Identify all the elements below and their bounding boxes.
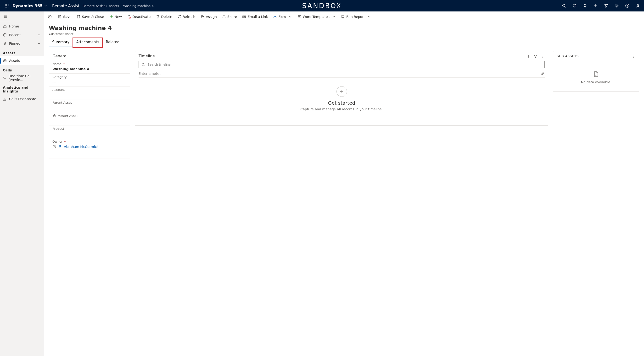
svg-point-25 bbox=[542, 54, 543, 55]
app-name: Remote Assist bbox=[49, 3, 83, 8]
note-entry[interactable]: Enter a note... bbox=[138, 70, 545, 78]
nav-label: One-time Call (Previe... bbox=[8, 74, 41, 82]
tab-related[interactable]: Related bbox=[102, 38, 123, 47]
svg-point-27 bbox=[542, 57, 543, 57]
search-icon[interactable] bbox=[559, 0, 569, 11]
field-category[interactable]: Category --- bbox=[49, 74, 130, 86]
svg-point-0 bbox=[5, 4, 6, 5]
run-report-button[interactable]: Run Report bbox=[339, 12, 374, 21]
field-name[interactable]: Name* Washing machine 4 bbox=[49, 61, 130, 74]
nav-calls-dashboard[interactable]: Calls Dashboard bbox=[0, 95, 44, 103]
more-icon[interactable] bbox=[632, 54, 636, 58]
phone-icon bbox=[3, 76, 6, 80]
timeline-add-button[interactable] bbox=[336, 86, 347, 97]
brand-dropdown[interactable]: Dynamics 365 bbox=[12, 3, 49, 8]
timeline-search-input[interactable] bbox=[147, 62, 542, 67]
svg-point-31 bbox=[634, 57, 634, 58]
more-icon[interactable] bbox=[541, 54, 545, 58]
brand-label: Dynamics 365 bbox=[12, 3, 42, 8]
svg-point-24 bbox=[60, 146, 61, 147]
deactivate-button[interactable]: Deactivate bbox=[125, 12, 153, 21]
share-button[interactable]: Share bbox=[220, 12, 239, 21]
svg-point-28 bbox=[142, 63, 144, 65]
clock-icon bbox=[52, 145, 56, 149]
refresh-icon bbox=[177, 15, 181, 19]
svg-point-6 bbox=[5, 7, 6, 8]
left-sidebar: Home Recent Pinned Assets Assets Calls O… bbox=[0, 11, 44, 356]
chevron-down-icon bbox=[44, 4, 48, 8]
general-title: General bbox=[52, 54, 68, 58]
share-icon bbox=[222, 15, 226, 19]
svg-point-4 bbox=[6, 5, 7, 6]
delete-button[interactable]: Delete bbox=[154, 12, 174, 21]
svg-point-14 bbox=[637, 4, 638, 6]
field-account[interactable]: Account --- bbox=[49, 86, 130, 99]
svg-point-9 bbox=[563, 4, 565, 7]
new-button[interactable]: New bbox=[107, 12, 124, 21]
svg-point-29 bbox=[634, 55, 634, 55]
breadcrumb-item[interactable]: Washing machine 4 bbox=[123, 4, 154, 8]
tab-summary[interactable]: Summary bbox=[49, 38, 73, 47]
lightbulb-icon[interactable] bbox=[580, 0, 590, 11]
svg-point-16 bbox=[48, 15, 51, 18]
breadcrumb-item[interactable]: Remote Assist bbox=[83, 4, 105, 8]
svg-point-30 bbox=[634, 56, 634, 56]
nav-home[interactable]: Home bbox=[0, 22, 44, 31]
deactivate-icon bbox=[127, 15, 131, 19]
sub-assets-card: SUB ASSETS No data available. bbox=[553, 51, 639, 92]
nav-label: Recent bbox=[9, 33, 20, 37]
word-templates-button[interactable]: Word Templates bbox=[295, 12, 338, 21]
chevron-down-icon bbox=[288, 15, 292, 19]
sidebar-toggle[interactable] bbox=[0, 11, 12, 22]
flow-icon bbox=[273, 15, 277, 19]
owner-link[interactable]: Abraham McCormick bbox=[64, 145, 98, 149]
plus-icon[interactable] bbox=[590, 0, 601, 11]
refresh-button[interactable]: Refresh bbox=[175, 12, 198, 21]
field-master-asset[interactable]: Master Asset --- bbox=[49, 112, 130, 125]
tab-attachments[interactable]: Attachments bbox=[73, 38, 103, 47]
required-indicator: * bbox=[63, 62, 65, 66]
svg-point-2 bbox=[8, 4, 8, 5]
field-product[interactable]: Product --- bbox=[49, 125, 130, 138]
back-button[interactable] bbox=[46, 12, 54, 21]
svg-point-7 bbox=[6, 7, 7, 8]
breadcrumb-item[interactable]: Assets bbox=[109, 4, 119, 8]
assign-button[interactable]: Assign bbox=[198, 12, 219, 21]
nav-pinned[interactable]: Pinned bbox=[0, 39, 44, 48]
chevron-down-icon bbox=[37, 33, 41, 37]
chevron-down-icon bbox=[37, 42, 41, 45]
nav-assets[interactable]: Assets bbox=[0, 56, 44, 65]
email-link-button[interactable]: Email a Link bbox=[240, 12, 270, 21]
page-subtitle: Customer Asset bbox=[49, 32, 639, 36]
chevron-down-icon bbox=[332, 15, 336, 19]
attachment-icon[interactable] bbox=[541, 72, 545, 75]
svg-point-1 bbox=[6, 4, 7, 5]
filter-icon[interactable] bbox=[601, 0, 612, 11]
timeline-empty-state: Get started Capture and manage all recor… bbox=[135, 80, 548, 125]
timeline-title: Timeline bbox=[138, 54, 155, 58]
save-button[interactable]: Save bbox=[56, 12, 74, 21]
save-close-button[interactable]: Save & Close bbox=[74, 12, 106, 21]
filter-icon[interactable] bbox=[534, 54, 538, 58]
svg-point-26 bbox=[542, 56, 543, 56]
plus-icon[interactable] bbox=[526, 54, 530, 58]
nav-group-title: Analytics and Insights bbox=[0, 82, 44, 95]
nav-one-time-call[interactable]: One-time Call (Previe... bbox=[0, 74, 44, 82]
svg-point-11 bbox=[616, 5, 617, 6]
field-owner[interactable]: Owner* Abraham McCormick bbox=[49, 138, 130, 151]
page-title: Washing machine 4 bbox=[49, 25, 639, 31]
user-icon[interactable] bbox=[632, 0, 643, 11]
command-bar: Save Save & Close New Deactivate Delete … bbox=[44, 11, 644, 22]
help-icon[interactable] bbox=[622, 0, 632, 11]
gear-icon[interactable] bbox=[612, 0, 622, 11]
task-icon[interactable] bbox=[569, 0, 580, 11]
flow-button[interactable]: Flow bbox=[271, 12, 294, 21]
required-indicator: * bbox=[64, 140, 66, 143]
timeline-search[interactable] bbox=[138, 61, 545, 68]
nav-recent[interactable]: Recent bbox=[0, 31, 44, 39]
nav-group-title: Assets bbox=[0, 48, 44, 56]
top-nav-bar: Dynamics 365 Remote Assist Remote Assist… bbox=[0, 0, 644, 11]
app-launcher-icon[interactable] bbox=[1, 0, 12, 11]
field-parent-asset[interactable]: Parent Asset --- bbox=[49, 99, 130, 112]
svg-point-18 bbox=[202, 15, 203, 16]
